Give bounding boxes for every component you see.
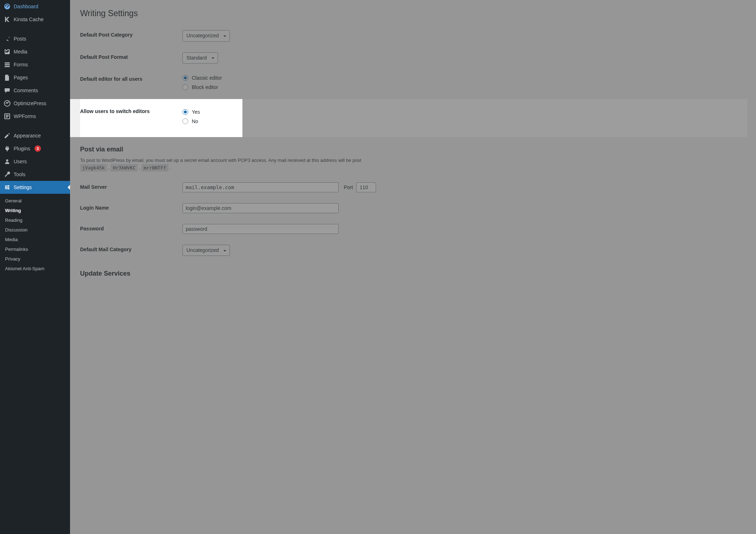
radio-allow-switch-yes[interactable]: Yes [182,109,744,115]
input-port[interactable] [356,182,376,192]
sidebar-item-label: Kinsta Cache [14,16,43,23]
sidebar-item-label: Tools [14,171,25,178]
users-icon [4,158,11,165]
submenu-item-privacy[interactable]: Privacy [0,254,70,264]
comments-icon [4,87,11,94]
submenu-item-reading[interactable]: Reading [0,215,70,225]
heading-update-services: Update Services [80,270,747,277]
random-code-1: jVagk45k [80,164,107,172]
sidebar-item-tools[interactable]: Tools [0,168,70,181]
label-default-post-category: Default Post Category [80,25,179,47]
radio-allow-switch-no[interactable]: No [182,118,744,124]
sidebar-item-wpforms[interactable]: WPForms [0,110,70,123]
pages-icon [4,74,11,81]
sidebar-item-label: WPForms [14,113,36,120]
sidebar-item-plugins[interactable]: Plugins 3 [0,142,70,155]
label-default-editor: Default editor for all users [80,69,179,99]
heading-post-via-email: Post via email [80,146,747,153]
label-allow-switch-editors: Allow users to switch editors [80,99,179,137]
submenu-item-general[interactable]: General [0,196,70,206]
sidebar-item-settings[interactable]: Settings [0,181,70,194]
sidebar-item-label: Dashboard [14,3,38,10]
radio-icon [182,84,188,90]
radio-label: Block editor [192,84,218,90]
radio-default-editor-classic[interactable]: Classic editor [182,75,744,81]
submenu-item-permalinks[interactable]: Permalinks [0,244,70,254]
sidebar-item-label: Appearance [14,132,41,139]
random-code-2: Hr3kWVKC [111,164,138,172]
sidebar-item-label: OptimizePress [14,100,46,107]
settings-icon [4,184,11,191]
sidebar-item-forms[interactable]: Forms [0,58,70,71]
sidebar-item-dashboard[interactable]: Dashboard [0,0,70,13]
radio-label: Yes [192,109,200,115]
sidebar-item-appearance[interactable]: Appearance [0,129,70,142]
select-default-mail-category[interactable]: Uncategorized [182,245,230,256]
sidebar-item-comments[interactable]: Comments [0,84,70,97]
submenu-item-akismet[interactable]: Akismet Anti-Spam [0,264,70,273]
desc-post-via-email: To post to WordPress by email, you must … [80,157,747,172]
sidebar-item-label: Users [14,158,27,165]
input-password[interactable] [182,224,339,234]
radio-default-editor-block[interactable]: Block editor [182,84,744,90]
sidebar-item-optimizepress[interactable]: OptimizePress [0,97,70,110]
radio-icon [182,75,188,81]
label-default-post-format: Default Post Format [80,47,179,69]
sidebar-item-label: Media [14,48,27,55]
submenu-item-media[interactable]: Media [0,235,70,244]
sidebar-item-label: Plugins [14,145,30,152]
dashboard-icon [4,3,11,10]
select-default-post-format[interactable]: Standard [182,52,218,64]
radio-icon [182,109,188,115]
radio-label: No [192,118,198,124]
tools-icon [4,171,11,178]
plugins-update-badge: 3 [34,145,41,152]
settings-submenu: General Writing Reading Discussion Media… [0,194,70,277]
radio-label: Classic editor [192,75,222,81]
label-port: Port [344,184,353,190]
random-code-3: mrrBNTFf [142,164,168,172]
label-password: Password [80,219,179,239]
optimize-icon [4,100,11,107]
sidebar-item-label: Settings [14,184,32,191]
input-mail-server[interactable] [182,182,339,192]
main-content: Writing Settings Default Post Category U… [70,0,756,534]
submenu-item-writing[interactable]: Writing [0,206,70,215]
sidebar-item-users[interactable]: Users [0,155,70,168]
kinsta-icon [4,16,11,23]
sidebar-item-media[interactable]: Media [0,45,70,58]
label-login-name: Login Name [80,198,179,219]
sidebar-item-kinsta-cache[interactable]: Kinsta Cache [0,13,70,26]
sidebar-item-label: Forms [14,61,28,68]
radio-icon [182,118,188,124]
label-default-mail-category: Default Mail Category [80,239,179,262]
sidebar-item-label: Pages [14,74,28,81]
select-default-post-category[interactable]: Uncategorized [182,30,230,42]
sidebar-item-pages[interactable]: Pages [0,71,70,84]
plugins-icon [4,145,11,152]
appearance-icon [4,132,11,139]
media-icon [4,48,11,55]
wpforms-icon [4,113,11,120]
admin-sidebar: Dashboard Kinsta Cache Posts Media Forms… [0,0,70,534]
sidebar-item-label: Comments [14,87,38,94]
sidebar-item-label: Posts [14,36,26,42]
pin-icon [4,35,11,42]
sidebar-item-posts[interactable]: Posts [0,32,70,45]
input-login-name[interactable] [182,203,339,213]
submenu-item-discussion[interactable]: Discussion [0,225,70,235]
page-title: Writing Settings [80,4,747,25]
forms-icon [4,61,11,68]
label-mail-server: Mail Server [80,177,179,198]
